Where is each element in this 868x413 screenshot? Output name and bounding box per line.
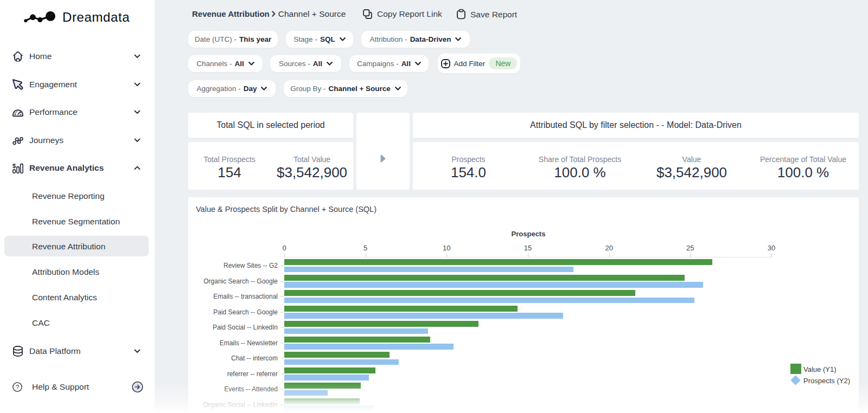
svg-text:?: ?: [16, 384, 19, 390]
svg-text:$: $: [12, 163, 16, 169]
